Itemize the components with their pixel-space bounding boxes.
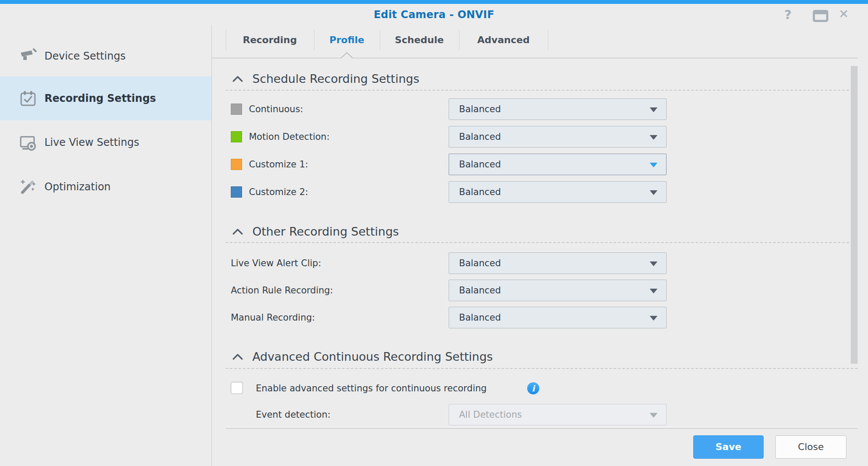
setting-row-manual-recording: Manual Recording: Balanced <box>0 307 868 328</box>
dropdown-value: Balanced <box>459 307 501 328</box>
save-button[interactable]: Save <box>693 435 764 459</box>
row-label: Event detection: <box>256 404 330 425</box>
setting-row-customize-1: Customize 1: Balanced <box>0 154 868 175</box>
motion-detection-profile-dropdown[interactable]: Balanced <box>449 126 667 148</box>
tab-schedule[interactable]: Schedule <box>380 29 459 51</box>
setting-row-action-rule-recording: Action Rule Recording: Balanced <box>0 280 868 301</box>
color-swatch <box>231 104 242 115</box>
row-label: Customize 1: <box>249 154 308 175</box>
dialog-title: Edit Camera - ONVIF <box>0 9 868 21</box>
manual-recording-dropdown[interactable]: Balanced <box>449 307 667 328</box>
scrollbar-thumb[interactable] <box>851 66 858 364</box>
info-icon[interactable]: i <box>527 382 539 394</box>
sidebar-item-device-settings[interactable]: Device Settings <box>19 43 126 69</box>
dropdown-value: All Detections <box>459 404 522 425</box>
sidebar-item-label: Device Settings <box>44 50 126 62</box>
dropdown-value: Balanced <box>459 182 501 202</box>
setting-row-event-detection: Event detection: All Detections <box>0 404 868 425</box>
tab-recording[interactable]: Recording <box>226 29 314 51</box>
close-icon[interactable]: ✕ <box>839 7 849 21</box>
footer <box>212 429 868 466</box>
dropdown-value: Balanced <box>459 99 501 120</box>
color-swatch <box>231 131 242 142</box>
tab-active-indicator <box>341 52 353 58</box>
footer-separator <box>226 428 858 429</box>
dropdown-arrow-icon <box>650 135 657 140</box>
maximize-icon[interactable] <box>813 10 828 22</box>
event-detection-dropdown: All Detections <box>449 404 667 425</box>
row-label: Action Rule Recording: <box>231 280 333 301</box>
section-header-schedule-recording[interactable]: Schedule Recording Settings <box>252 72 419 86</box>
help-icon[interactable]: ? <box>784 7 792 22</box>
row-label: Continuous: <box>249 98 303 120</box>
enable-advanced-checkbox[interactable] <box>231 382 243 394</box>
section-divider <box>226 90 858 91</box>
row-label: Motion Detection: <box>249 126 330 148</box>
tab-advanced[interactable]: Advanced <box>459 29 548 51</box>
camera-icon <box>19 47 37 65</box>
setting-row-continuous: Continuous: Balanced <box>0 98 868 120</box>
chevron-up-icon[interactable] <box>232 228 243 235</box>
dropdown-arrow-icon <box>650 107 657 112</box>
section-divider <box>226 242 858 243</box>
row-label: Manual Recording: <box>231 307 315 328</box>
customize-1-profile-dropdown[interactable]: Balanced <box>449 154 667 175</box>
sidebar-divider <box>211 25 212 466</box>
dropdown-arrow-icon <box>650 413 657 418</box>
tab-separator <box>459 30 459 50</box>
dropdown-arrow-icon <box>650 190 657 195</box>
setting-row-motion-detection: Motion Detection: Balanced <box>0 126 868 148</box>
chevron-up-icon[interactable] <box>232 353 243 360</box>
edit-camera-dialog: Edit Camera - ONVIF ? ✕ Device Settings … <box>0 0 868 466</box>
continuous-profile-dropdown[interactable]: Balanced <box>449 98 667 120</box>
dropdown-value: Balanced <box>459 253 501 274</box>
color-swatch <box>231 186 242 198</box>
dropdown-arrow-icon <box>650 316 657 321</box>
tab-profile[interactable]: Profile <box>314 29 380 51</box>
checkbox-label: Enable advanced settings for continuous … <box>256 378 487 399</box>
dropdown-value: Balanced <box>459 126 501 147</box>
tab-separator <box>380 30 380 50</box>
close-button[interactable]: Close <box>775 435 846 459</box>
tab-separator <box>226 30 226 50</box>
tab-bottom-border <box>212 58 858 58</box>
customize-2-profile-dropdown[interactable]: Balanced <box>449 181 667 203</box>
window-accent-strip <box>0 0 868 4</box>
chevron-up-icon[interactable] <box>232 76 243 82</box>
action-rule-recording-dropdown[interactable]: Balanced <box>449 280 667 301</box>
setting-row-customize-2: Customize 2: Balanced <box>0 181 868 203</box>
section-header-other-recording[interactable]: Other Recording Settings <box>252 224 399 239</box>
section-divider <box>226 368 858 369</box>
dropdown-arrow-icon <box>650 163 657 167</box>
row-label: Live View Alert Clip: <box>231 252 321 274</box>
dropdown-value: Balanced <box>459 154 501 175</box>
color-swatch <box>231 159 242 170</box>
row-label: Customize 2: <box>249 181 308 203</box>
section-header-advanced-continuous[interactable]: Advanced Continuous Recording Settings <box>252 350 493 364</box>
dropdown-arrow-icon <box>650 261 657 266</box>
dropdown-value: Balanced <box>459 280 501 301</box>
dropdown-arrow-icon <box>650 289 657 293</box>
tab-separator <box>314 30 314 50</box>
live-view-alert-clip-dropdown[interactable]: Balanced <box>449 252 667 274</box>
tab-separator <box>548 30 548 50</box>
setting-row-live-view-alert-clip: Live View Alert Clip: Balanced <box>0 252 868 274</box>
